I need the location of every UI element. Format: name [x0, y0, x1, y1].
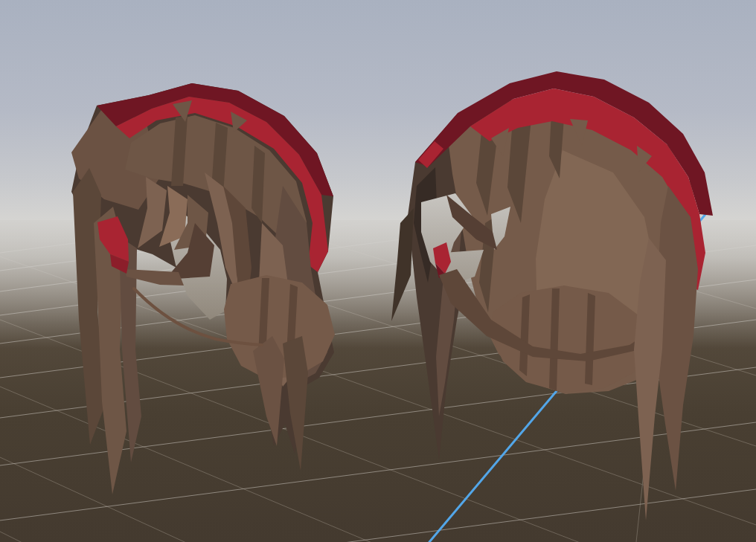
- viewport-canvas: [0, 0, 756, 542]
- 3d-viewport[interactable]: [0, 0, 756, 542]
